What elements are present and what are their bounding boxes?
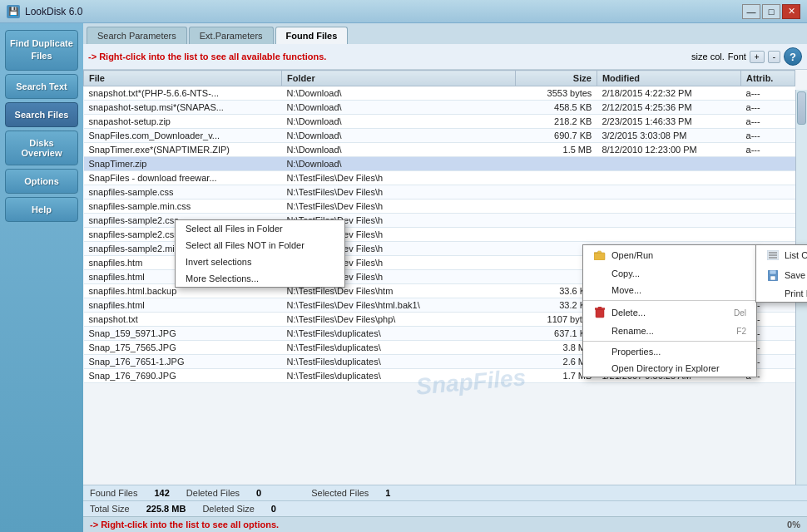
help-button[interactable]: ? [784,47,802,66]
window-controls: — □ ✕ [742,4,800,19]
tab-search-parameters[interactable]: Search Parameters [87,27,187,44]
sidebar-item-search-text[interactable]: Search Text [5,74,78,99]
sidebar-item-help[interactable]: Help [5,197,78,222]
close-button[interactable]: ✕ [782,4,800,19]
tab-found-files[interactable]: Found Files [275,27,349,44]
sidebar-item-search-files[interactable]: Search Files [5,102,78,127]
tab-bar: Search Parameters Ext.Parameters Found F… [83,23,807,44]
toolbar: -> Right-click into the list to see all … [83,44,807,70]
ctx-select-all-folder[interactable]: Select all Files in Folder [176,220,344,237]
delete-icon [593,306,606,319]
font-minus-button[interactable]: - [768,51,780,63]
context-menu-middle: Open/Run Copy... Move... Delete... Del R… [582,244,757,377]
font-plus-button[interactable]: + [750,51,765,63]
deleted-size-value: 0 [271,504,276,514]
toolbar-right: size col. Font + - ? [691,47,802,66]
font-label: Font [728,52,746,62]
svg-rect-9 [770,270,776,274]
ctx-more-selections[interactable]: More Selections... [176,270,344,287]
deleted-files-label: Deleted Files [186,488,240,498]
progress-value: 0% [787,520,800,530]
svg-rect-1 [596,309,604,318]
context-menu-right: List Options... Save List... Print List.… [755,244,807,303]
maximize-button[interactable]: □ [762,4,780,19]
ctx-copy[interactable]: Copy... [583,265,756,282]
ctx-list-options[interactable]: List Options... [756,245,807,265]
ctx-print-list[interactable]: Print List... [756,285,807,302]
sidebar: Find DuplicateFiles Search Text Search F… [0,23,83,532]
status-bar-2: Total Size 225.8 MB Deleted Size 0 [83,500,807,516]
total-size-label: Total Size [90,504,130,514]
selected-files-label: Selected Files [311,488,369,498]
file-table-container: File Folder Size Modified Attrib. snapsh… [83,70,807,485]
tab-ext-parameters[interactable]: Ext.Parameters [189,27,274,44]
app-icon: 💾 [7,5,20,18]
found-files-value: 142 [154,488,169,498]
size-col-label: size col. [691,52,725,62]
content-area: Search Parameters Ext.Parameters Found F… [83,23,807,532]
total-size-value: 225.8 MB [146,504,186,514]
bottom-hint-text: -> Right-click into the list to see all … [90,520,279,530]
deleted-size-label: Deleted Size [202,504,254,514]
ctx-invert-selections[interactable]: Invert selections [176,254,344,270]
ctx-open-directory[interactable]: Open Directory in Explorer [583,360,756,377]
found-files-label: Found Files [90,488,137,498]
svg-rect-10 [770,276,775,280]
status-bar: Found Files 142 Deleted Files 0 Selected… [83,485,807,500]
ctx-properties[interactable]: Properties... [583,343,756,360]
sidebar-item-disks-overview[interactable]: Disks Overview [5,131,78,165]
sidebar-item-options[interactable]: Options [5,169,78,194]
folder-icon [593,249,606,262]
bottom-hint-bar: -> Right-click into the list to see all … [83,516,807,532]
minimize-button[interactable]: — [742,4,760,19]
ctx-rename[interactable]: Rename...F2 [583,323,756,339]
context-menu-overlay: Select all Files in Folder Select all Fi… [83,70,807,485]
sidebar-item-find-duplicate[interactable]: Find DuplicateFiles [5,30,78,71]
ctx-select-not-folder[interactable]: Select all Files NOT in Folder [176,237,344,254]
svg-rect-3 [598,307,602,308]
svg-rect-0 [594,253,605,260]
deleted-files-value: 0 [256,488,261,498]
ctx-save-list[interactable]: Save List... [756,265,807,285]
main-layout: Find DuplicateFiles Search Text Search F… [0,23,807,532]
toolbar-hint: -> Right-click into the list to see all … [88,52,326,62]
context-menu-left: Select all Files in Folder Select all Fi… [175,219,345,288]
title-bar: 💾 LookDisk 6.0 — □ ✕ [0,0,807,23]
ctx-open-run[interactable]: Open/Run [583,245,756,265]
save-icon [766,268,780,282]
window-title: LookDisk 6.0 [25,6,82,17]
selected-files-value: 1 [385,488,390,498]
ctx-move[interactable]: Move... [583,282,756,298]
ctx-delete[interactable]: Delete... Del [583,303,756,323]
list-options-icon [766,249,780,262]
